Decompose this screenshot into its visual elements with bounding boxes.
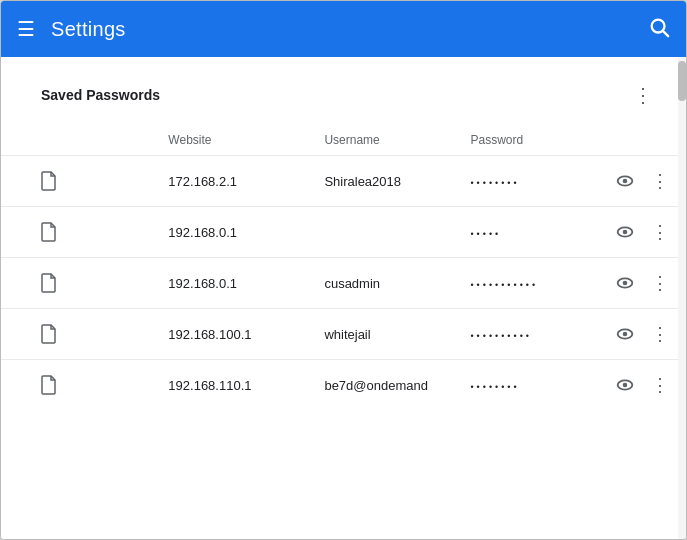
row-menu-cell[interactable]: ⋮ xyxy=(643,258,678,309)
password-dots: ••••••••••• xyxy=(470,280,538,290)
eye-icon[interactable] xyxy=(614,223,636,238)
doc-icon-cell xyxy=(1,156,168,207)
search-icon[interactable] xyxy=(648,16,670,43)
website-cell: 192.168.0.1 xyxy=(168,207,324,258)
website-cell: 172.168.2.1 xyxy=(168,156,324,207)
eye-icon[interactable] xyxy=(614,172,636,187)
main-content: Saved Passwords ⋮ Website Username xyxy=(1,57,678,539)
svg-point-3 xyxy=(623,179,628,184)
website-cell: 192.168.110.1 xyxy=(168,360,324,411)
password-table: Website Username Password xyxy=(1,125,678,410)
row-menu-cell[interactable]: ⋮ xyxy=(643,309,678,360)
username-cell: whitejail xyxy=(324,309,470,360)
table-header-row: Website Username Password xyxy=(1,125,678,156)
col-username-header: Username xyxy=(324,125,470,156)
password-cell: •••••••• xyxy=(470,156,607,207)
row-menu-button[interactable]: ⋮ xyxy=(651,273,670,293)
table-row: 192.168.100.1whitejail•••••••••• ⋮ xyxy=(1,309,678,360)
password-cell: •••••••••• xyxy=(470,309,607,360)
svg-point-7 xyxy=(623,281,628,286)
password-dots: •••••••• xyxy=(470,382,519,392)
row-menu-button[interactable]: ⋮ xyxy=(651,171,670,191)
toolbar-left: ☰ Settings xyxy=(17,17,126,41)
doc-icon-cell xyxy=(1,309,168,360)
doc-icon-cell xyxy=(1,207,168,258)
col-eye-header xyxy=(608,125,644,156)
password-dots: ••••• xyxy=(470,229,501,239)
username-cell xyxy=(324,207,470,258)
content-wrapper: Saved Passwords ⋮ Website Username xyxy=(1,57,686,539)
row-menu-button[interactable]: ⋮ xyxy=(651,222,670,242)
eye-icon-cell[interactable] xyxy=(608,360,644,411)
section-title: Saved Passwords xyxy=(41,87,160,103)
website-cell: 192.168.0.1 xyxy=(168,258,324,309)
row-menu-button[interactable]: ⋮ xyxy=(651,324,670,344)
password-cell: ••••••••••• xyxy=(470,258,607,309)
svg-point-9 xyxy=(623,332,628,337)
row-menu-cell[interactable]: ⋮ xyxy=(643,360,678,411)
scrollbar-track[interactable] xyxy=(678,57,686,539)
eye-icon-cell[interactable] xyxy=(608,309,644,360)
username-cell: cusadmin xyxy=(324,258,470,309)
doc-icon xyxy=(41,223,57,238)
toolbar-title: Settings xyxy=(51,18,126,41)
scrollbar-thumb[interactable] xyxy=(678,61,686,101)
row-menu-button[interactable]: ⋮ xyxy=(651,375,670,395)
svg-point-11 xyxy=(623,383,628,388)
col-website-header: Website xyxy=(168,125,324,156)
doc-icon xyxy=(41,172,57,187)
settings-window: ☰ Settings Saved Passwords ⋮ xyxy=(0,0,687,540)
doc-icon xyxy=(41,325,57,340)
website-cell: 192.168.100.1 xyxy=(168,309,324,360)
doc-icon xyxy=(41,376,57,391)
eye-icon[interactable] xyxy=(614,325,636,340)
eye-icon-cell[interactable] xyxy=(608,156,644,207)
col-icon-header xyxy=(1,125,168,156)
doc-icon-cell xyxy=(1,258,168,309)
doc-icon-cell xyxy=(1,360,168,411)
eye-icon[interactable] xyxy=(614,376,636,391)
svg-point-5 xyxy=(623,230,628,235)
password-cell: •••••••• xyxy=(470,360,607,411)
username-cell: Shiralea2018 xyxy=(324,156,470,207)
toolbar: ☰ Settings xyxy=(1,1,686,57)
eye-icon[interactable] xyxy=(614,274,636,289)
username-cell: be7d@ondemand xyxy=(324,360,470,411)
col-password-header: Password xyxy=(470,125,607,156)
table-row: 192.168.0.1cusadmin••••••••••• ⋮ xyxy=(1,258,678,309)
hamburger-icon[interactable]: ☰ xyxy=(17,17,35,41)
row-menu-cell[interactable]: ⋮ xyxy=(643,156,678,207)
section-header: Saved Passwords ⋮ xyxy=(1,57,678,125)
eye-icon-cell[interactable] xyxy=(608,207,644,258)
table-row: 172.168.2.1Shiralea2018•••••••• ⋮ xyxy=(1,156,678,207)
table-row: 192.168.110.1be7d@ondemand•••••••• ⋮ xyxy=(1,360,678,411)
doc-icon xyxy=(41,274,57,289)
svg-line-1 xyxy=(663,31,668,36)
table-row: 192.168.0.1••••• ⋮ xyxy=(1,207,678,258)
password-cell: ••••• xyxy=(470,207,607,258)
section-menu-button[interactable]: ⋮ xyxy=(629,81,658,109)
col-menu-header xyxy=(643,125,678,156)
password-dots: •••••••••• xyxy=(470,331,532,341)
row-menu-cell[interactable]: ⋮ xyxy=(643,207,678,258)
password-dots: •••••••• xyxy=(470,178,519,188)
eye-icon-cell[interactable] xyxy=(608,258,644,309)
